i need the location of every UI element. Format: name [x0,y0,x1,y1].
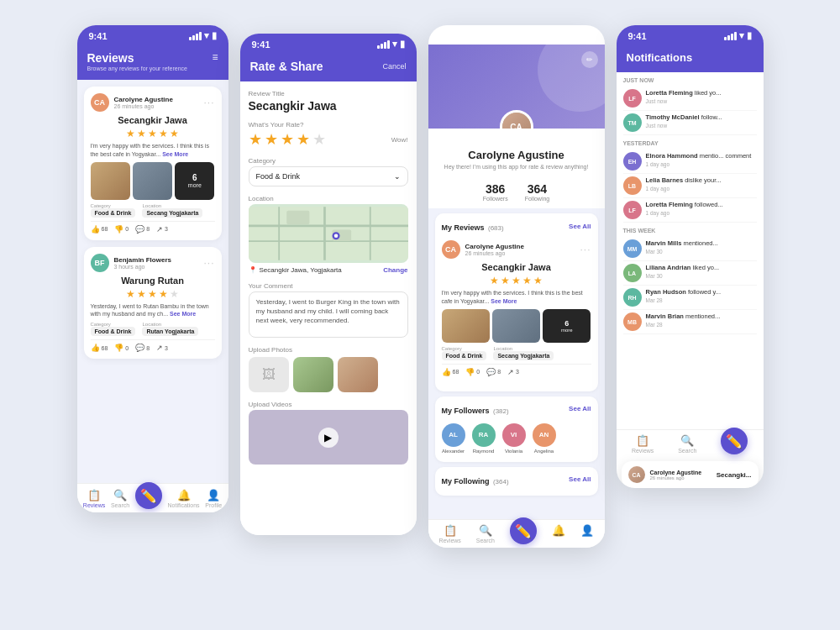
pr-like-icon: 👍 [442,368,451,376]
notif-liliana[interactable]: LA Liliana Andrian liked yo... Mar 30 [623,261,757,286]
reviews-subtitle: Browse any reviews for your reference [87,66,218,71]
notif-lelia[interactable]: LB Lelia Barnes dislike your... 1 day ag… [623,174,757,198]
notif-timothy-1[interactable]: TM Timothy McDaniel follow... Just now [623,111,757,135]
nav-profile[interactable]: 👤 Profile [205,489,222,509]
rate-star-2[interactable]: ★ [265,130,278,149]
fab-button-1[interactable]: ✏️ [135,482,162,509]
pr-like[interactable]: 👍68 [442,368,459,376]
follower-1: AL Alexander [442,423,465,454]
my-followers-see-all[interactable]: See All [569,405,591,412]
play-button[interactable]: ▶ [318,428,339,448]
notif-elnora[interactable]: EH Elnora Hammond mentio... comment 1 da… [623,150,757,174]
profile-nav-icon: 👤 [207,489,220,501]
nav-fab-1[interactable]: ✏️ [135,489,162,509]
rate-star-5[interactable]: ★ [312,130,326,149]
nav3-reviews[interactable]: 📋 Reviews [438,524,460,544]
upload-photos-row: 🖼 [249,357,408,392]
notif-text-marvin-mills: Marvin Mills mentioned... [646,239,718,248]
profile-review-more[interactable]: ··· [580,244,591,255]
notif-avatar-img-elnora: EH [623,152,642,171]
profile-review-images: 6 more [442,309,591,343]
notif-loretta-2[interactable]: LF Loretta Fleming followed... 1 day ago [623,198,757,223]
nav-notifications[interactable]: 🔔 Notifications [167,489,199,509]
notif-time-timothy: Just now [646,123,722,129]
like-action-1[interactable]: 👍 68 [91,225,108,234]
comment-input[interactable]: Yesterday, I went to Burger King in the … [249,291,408,338]
menu-icon[interactable]: ≡ [212,51,218,63]
dislike-action-1[interactable]: 👎 0 [114,225,129,234]
review-title-value: Secangkir Jawa [249,99,408,113]
more-label: more [188,182,202,188]
follower-3: VI Violania [502,423,526,454]
play-icon: ▶ [324,432,332,444]
comment-action-1[interactable]: 💬 8 [135,225,150,234]
rate-row: ★ ★ ★ ★ ★ Wow! [249,130,408,149]
phone-notifications: 9:41 ▾ ▮ Notifications JUST NOW LF Loret… [617,25,764,488]
cancel-button[interactable]: Cancel [382,62,406,71]
more-dots-1[interactable]: ··· [203,97,214,108]
primg-count: 6 [564,319,569,328]
notif-marvin-brian[interactable]: MB Marvin Brian mentioned... Mar 28 [623,310,757,334]
notif-loretta-1[interactable]: LF Loretta Fleming liked yo... Just now [623,87,757,111]
nav4-reviews[interactable]: 📋 Reviews [632,434,654,454]
my-reviews-title: My Reviews [442,223,485,232]
fab-button-3[interactable]: ✏️ [510,517,537,544]
fab-button-4[interactable]: ✏️ [721,428,748,454]
photo-thumb-2[interactable] [338,357,378,392]
star-5: ★ [170,128,179,139]
nav4-search[interactable]: 🔍 Search [678,434,696,454]
dislike-action-2[interactable]: 👎 0 [114,344,129,352]
rate-star-4[interactable]: ★ [297,130,310,149]
pr-dislike[interactable]: 👎0 [465,368,480,376]
location-badge-2: Rutan Yogjakarta [142,327,198,336]
profile-info-section: Carolyne Agustine Hey there! I'm using t… [428,129,605,202]
category-form-label: Category [249,157,408,165]
rate-star-3[interactable]: ★ [281,130,294,149]
edit-profile-button[interactable]: ✏ [581,51,598,68]
more-dots-2[interactable]: ··· [203,257,214,269]
profile-hero: ✏ CA [428,45,605,129]
upload-placeholder[interactable]: 🖼 [249,357,289,392]
nav3-profile[interactable]: 👤 [580,524,594,544]
notifications-header: Notifications [617,45,764,72]
pr-comment[interactable]: 💬8 [486,368,501,376]
like-icon-1: 👍 [91,225,100,234]
user-name-1: Carolyne Agustine [114,96,173,103]
video-thumbnail[interactable]: ▶ [249,410,408,465]
rate-stars[interactable]: ★ ★ ★ ★ ★ [249,130,326,149]
share-action-1[interactable]: ↗ 3 [156,225,168,234]
nav-reviews[interactable]: 📋 Reviews [83,489,105,509]
change-button[interactable]: Change [383,266,407,274]
primg-more-label: more [561,328,573,333]
nav3-fab[interactable]: ✏️ [510,524,537,544]
rate-share-content: Review Title Secangkir Jawa What's Your … [240,81,417,535]
my-reviews-see-all[interactable]: See All [569,223,591,230]
my-reviews-title-row: My Reviews (683) [442,218,504,234]
my-following-see-all[interactable]: See All [569,475,591,483]
notif-time-marvin-mills: Mar 30 [646,249,718,255]
prmeta-cat: Category Food & Drink [442,346,487,360]
share-action-2[interactable]: ↗ 3 [156,344,168,352]
phone-rate-share: 9:41 ▾ ▮ Rate & Share Cancel Review Titl… [240,34,417,535]
rate-star-1[interactable]: ★ [249,130,262,149]
notif-ryan[interactable]: RH Ryan Hudson followed y... Mar 28 [623,286,757,310]
nav3-notif[interactable]: 🔔 [552,524,565,544]
like-action-2[interactable]: 👍 68 [91,344,108,352]
nav4-fab[interactable]: ✏️ [721,434,748,454]
photo-thumb-1[interactable] [293,357,333,392]
category-select[interactable]: Food & Drink ⌄ [249,166,408,186]
notif-marvin-mills[interactable]: MM Marvin Mills mentioned... Mar 30 [623,237,757,261]
pin-icon: 📍 [249,266,257,274]
comment-action-2[interactable]: 💬 8 [135,344,150,352]
notif-avatar-lelia: LB [623,176,642,195]
nav3-search[interactable]: 🔍 Search [476,524,495,544]
pr-like-count: 68 [453,369,459,375]
nav-search[interactable]: 🔍 Search [111,489,129,509]
notif-text-ryan: Ryan Hudson followed y... [646,288,721,297]
profile-avatar-initials: CA [502,113,531,129]
img-thumb-2 [133,162,172,200]
follower-avatar-2: RA [472,423,496,447]
profile-content: My Reviews (683) See All CA Carolyne Agu… [428,208,605,519]
notif-info-liliana: Liliana Andrian liked yo... Mar 30 [646,264,720,279]
pr-share[interactable]: ↗3 [507,368,519,376]
